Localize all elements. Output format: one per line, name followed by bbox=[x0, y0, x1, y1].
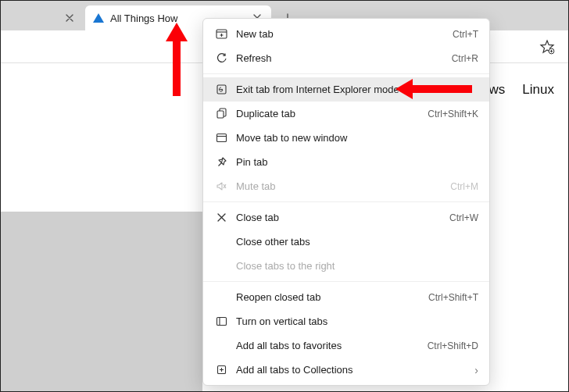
menu-mute-tab: Mute tab Ctrl+M bbox=[203, 174, 489, 198]
menu-separator bbox=[203, 201, 489, 202]
tab-inactive[interactable] bbox=[5, 5, 84, 30]
window-icon bbox=[213, 133, 230, 143]
site-nav: ows Linux bbox=[481, 82, 568, 98]
menu-add-collections[interactable]: Add all tabs to Collections › bbox=[203, 358, 489, 382]
svg-rect-3 bbox=[217, 111, 224, 118]
grey-panel bbox=[1, 212, 202, 392]
svg-rect-5 bbox=[217, 318, 226, 326]
menu-add-favorites[interactable]: Add all tabs to favorites Ctrl+Shift+D bbox=[203, 333, 489, 358]
menu-duplicate-tab[interactable]: Duplicate tab Ctrl+Shift+K bbox=[203, 102, 489, 126]
menu-close-tabs-right: Close tabs to the right bbox=[203, 254, 489, 278]
tab-context-menu: New tab Ctrl+T Refresh Ctrl+R Exit tab f… bbox=[202, 18, 490, 386]
svg-rect-4 bbox=[217, 134, 226, 142]
site-favicon bbox=[93, 13, 104, 23]
tab-close-icon[interactable] bbox=[63, 12, 76, 24]
favorites-icon[interactable] bbox=[539, 38, 556, 55]
menu-pin-tab[interactable]: Pin tab bbox=[203, 150, 489, 174]
menu-close-tab[interactable]: Close tab Ctrl+W bbox=[203, 205, 489, 230]
menu-close-other-tabs[interactable]: Close other tabs bbox=[203, 230, 489, 254]
annotation-arrow-up bbox=[165, 21, 188, 96]
menu-new-tab[interactable]: New tab Ctrl+T bbox=[203, 22, 489, 46]
menu-move-tab[interactable]: Move tab to new window bbox=[203, 126, 489, 150]
menu-vertical-tabs[interactable]: Turn on vertical tabs bbox=[203, 309, 489, 333]
refresh-icon bbox=[213, 52, 230, 64]
speaker-icon bbox=[213, 180, 230, 192]
menu-refresh[interactable]: Refresh Ctrl+R bbox=[203, 46, 489, 70]
vertical-tabs-icon bbox=[213, 316, 230, 326]
nav-link[interactable]: Linux bbox=[522, 82, 554, 98]
close-icon bbox=[213, 212, 230, 223]
menu-separator bbox=[203, 73, 489, 74]
duplicate-icon bbox=[213, 108, 230, 119]
ie-exit-icon bbox=[213, 84, 230, 95]
collections-icon bbox=[213, 364, 230, 376]
menu-separator bbox=[203, 281, 489, 282]
window-plus-icon bbox=[213, 29, 230, 39]
pin-icon bbox=[213, 156, 230, 168]
annotation-arrow-right bbox=[394, 78, 472, 100]
chevron-right-icon: › bbox=[474, 364, 478, 376]
menu-reopen-closed[interactable]: Reopen closed tab Ctrl+Shift+T bbox=[203, 285, 489, 309]
